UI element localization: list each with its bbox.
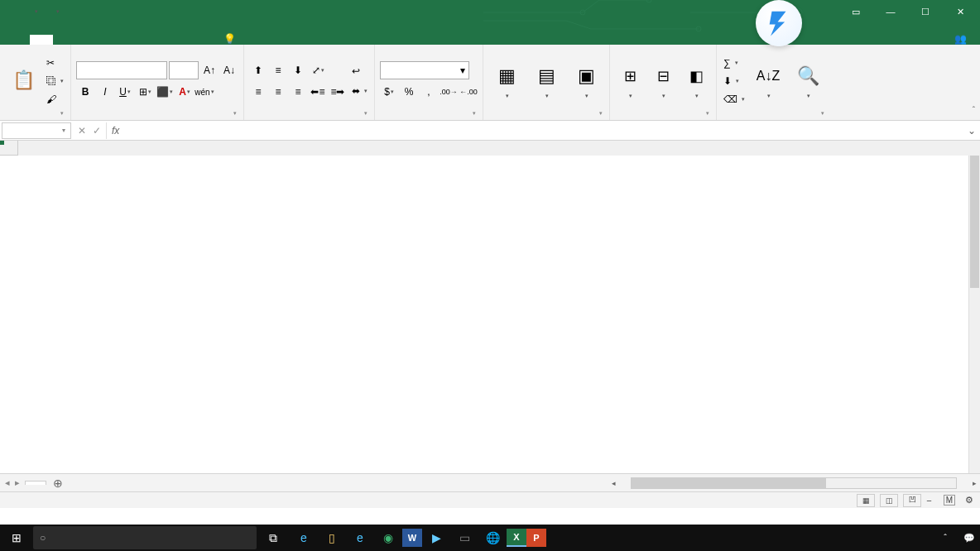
vertical-scrollbar[interactable] [968, 156, 980, 473]
notification-button[interactable]: 💬 [963, 533, 975, 544]
paste-button[interactable]: 📋 [5, 55, 41, 108]
percent-button[interactable]: % [400, 83, 418, 101]
copy-button[interactable]: ⿻ [45, 73, 65, 89]
spreadsheet-grid[interactable] [0, 141, 980, 473]
tab-data[interactable] [122, 35, 146, 45]
tab-review[interactable] [146, 35, 169, 45]
maximize-button[interactable]: ☐ [909, 0, 942, 23]
select-all-corner[interactable] [0, 141, 18, 156]
fx-icon[interactable]: fx [107, 125, 124, 137]
ie-app[interactable]: e [346, 525, 374, 551]
increase-decimal-button[interactable]: .00→ [440, 83, 458, 101]
delete-cells-button[interactable]: ⊟ [648, 55, 678, 108]
merge-center-button[interactable]: ⬌ [350, 83, 369, 99]
align-center-button[interactable]: ≡ [269, 83, 287, 101]
sheet-nav[interactable]: ◂▸ [0, 477, 25, 488]
browser-360-app[interactable]: ◉ [374, 525, 402, 551]
settings-gear-icon[interactable]: ⚙ [965, 495, 973, 505]
conditional-format-button[interactable]: ▦ [488, 55, 525, 108]
find-select-button[interactable]: 🔍 [790, 55, 826, 108]
qat-customize[interactable] [70, 2, 88, 21]
format-cells-button[interactable]: ◧ [681, 55, 711, 108]
minimize-button[interactable]: — [874, 0, 907, 23]
font-name-select[interactable] [76, 61, 167, 79]
accounting-format-button[interactable]: $ [380, 83, 398, 101]
explorer-app[interactable]: ▯ [318, 525, 346, 551]
page-break-view-button[interactable]: 凹 [903, 494, 921, 507]
cell-styles-button[interactable]: ▣ [568, 55, 604, 108]
increase-indent-button[interactable]: ≡➡ [329, 83, 347, 101]
format-as-table-button[interactable]: ▤ [528, 55, 564, 108]
media-app[interactable]: ▶ [422, 525, 450, 551]
italic-button[interactable]: I [96, 83, 114, 101]
align-middle-button[interactable]: ≡ [269, 61, 287, 79]
underline-button[interactable]: U [116, 83, 134, 101]
sheet-tab-sheet1[interactable] [25, 481, 46, 485]
tab-view[interactable] [169, 35, 192, 45]
align-top-button[interactable]: ⬆ [249, 61, 267, 79]
phonetic-button[interactable]: wén [195, 83, 214, 101]
hscroll-thumb[interactable] [632, 478, 826, 488]
normal-view-button[interactable]: ▦ [857, 494, 875, 507]
collapse-ribbon-button[interactable]: ˆ [973, 106, 975, 115]
edge-app[interactable]: e [290, 525, 318, 551]
close-button[interactable]: ✕ [944, 0, 977, 23]
word-app[interactable]: W [402, 529, 422, 547]
generic-app[interactable]: ▭ [450, 525, 478, 551]
tab-formulas[interactable] [99, 35, 122, 45]
hscroll-left[interactable]: ◂ [608, 479, 619, 487]
name-box[interactable]: ▾ [2, 122, 71, 139]
tray-chevron[interactable]: ˆ [944, 533, 947, 543]
task-view-button[interactable]: ⧉ [257, 525, 290, 551]
tell-me-search[interactable]: 💡 [215, 33, 247, 45]
border-button[interactable]: ⊞ [136, 83, 154, 101]
column-headers[interactable] [18, 141, 980, 156]
cancel-formula-button[interactable]: ✕ [78, 125, 86, 137]
vscroll-thumb[interactable] [970, 156, 979, 288]
align-right-button[interactable]: ≡ [289, 83, 307, 101]
sort-filter-button[interactable]: A↓Z [750, 55, 786, 108]
format-painter-button[interactable]: 🖌 [45, 91, 65, 108]
powerpoint-app[interactable]: P [526, 529, 546, 547]
autosum-button[interactable]: ∑ [722, 55, 747, 71]
save-button[interactable] [5, 2, 23, 21]
font-color-button[interactable]: A [175, 83, 194, 101]
font-size-select[interactable] [169, 61, 199, 79]
align-bottom-button[interactable]: ⬇ [289, 61, 307, 79]
decrease-font-button[interactable]: A↓ [220, 61, 238, 79]
horizontal-scrollbar[interactable] [631, 477, 957, 489]
clear-button[interactable]: ⌫ [722, 91, 747, 108]
decrease-indent-button[interactable]: ⬅≡ [309, 83, 327, 101]
bold-button[interactable]: B [76, 83, 94, 101]
zoom-out-button[interactable]: − [926, 496, 931, 505]
excel-app[interactable]: X [507, 529, 526, 547]
tab-layout[interactable] [76, 35, 99, 45]
ribbon-display-button[interactable]: ▭ [839, 0, 872, 23]
tab-insert[interactable] [53, 35, 76, 45]
page-layout-view-button[interactable]: ◫ [880, 494, 898, 507]
enter-formula-button[interactable]: ✓ [93, 125, 101, 137]
tab-home[interactable] [30, 35, 53, 45]
decrease-decimal-button[interactable]: ←.00 [459, 83, 478, 101]
fill-color-button[interactable]: ⬛ [156, 83, 174, 101]
number-format-select[interactable]: ▾ [380, 61, 469, 79]
orientation-button[interactable]: ⤢ [309, 61, 327, 79]
hscroll-right[interactable]: ▸ [968, 479, 980, 487]
tab-file[interactable] [7, 35, 30, 45]
taskbar-search[interactable]: ○ [33, 526, 257, 549]
undo-button[interactable] [26, 2, 45, 21]
redo-button[interactable] [48, 2, 66, 21]
chrome-app[interactable]: 🌐 [478, 525, 507, 551]
insert-cells-button[interactable]: ⊞ [615, 55, 645, 108]
fill-button[interactable]: ⬇ [722, 73, 747, 89]
comma-button[interactable]: , [420, 83, 438, 101]
wrap-text-button[interactable]: ↩ [350, 63, 369, 79]
expand-formula-bar-button[interactable]: ⌄ [963, 125, 980, 137]
add-sheet-button[interactable]: ⊕ [50, 475, 66, 491]
formula-input[interactable] [124, 122, 963, 139]
tab-help[interactable] [192, 35, 215, 45]
increase-font-button[interactable]: A↑ [200, 61, 219, 79]
align-left-button[interactable]: ≡ [249, 83, 267, 101]
share-button[interactable]: 👥 [944, 33, 980, 45]
cut-button[interactable]: ✂ [45, 55, 65, 71]
